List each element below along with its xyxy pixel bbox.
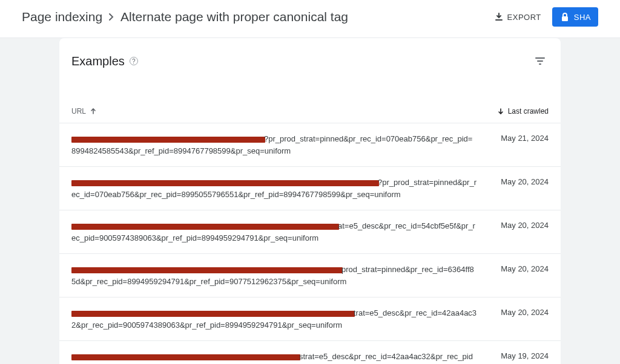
last-crawled-cell: May 20, 2024 — [501, 220, 549, 230]
page-header: Page indexing Alternate page with proper… — [0, 0, 620, 38]
last-crawled-cell: May 20, 2024 — [501, 177, 549, 186]
table-body: ?pr_prod_strat=pinned&pr_rec_id=070eab75… — [59, 123, 561, 364]
share-button[interactable]: SHA — [552, 7, 598, 27]
breadcrumb-current: Alternate page with proper canonical tag — [120, 10, 348, 24]
url-header-label: URL — [71, 107, 86, 115]
url-cell: ?pr_prod_strat=pinned&pr_rec_id=070eab75… — [71, 133, 477, 157]
examples-title-text: Examples — [71, 54, 125, 68]
table-row[interactable]: at=e5_desc&pr_rec_id=54cbf5e5f&pr_rec_pi… — [59, 210, 561, 253]
examples-card: Examples ? URL Last crawled ?pr_prod_st — [59, 38, 561, 364]
redacted-segment — [71, 311, 355, 317]
url-cell: at=e5_desc&pr_rec_id=54cbf5e5f&pr_rec_pi… — [71, 220, 477, 244]
breadcrumb: Page indexing Alternate page with proper… — [22, 10, 494, 24]
content-area: Examples ? URL Last crawled ?pr_prod_st — [0, 38, 620, 364]
table-row[interactable]: ?pr_prod_strat=pinned&pr_rec_id=070eab75… — [59, 166, 561, 210]
table-row[interactable]: ?pr_prod_strat=pinned&pr_rec_id=070eab75… — [59, 123, 561, 166]
lock-icon — [561, 12, 569, 22]
export-label: EXPORT — [507, 13, 541, 22]
table-row[interactable]: prod_strat=pinned&pr_rec_id=6364ff85d&pr… — [59, 253, 561, 297]
table-row[interactable]: trat=e5_desc&pr_rec_id=42aa4ac32&pr_rec_… — [59, 297, 561, 340]
url-cell: strat=e5_desc&pr_rec_id=42aa4ac32&pr_rec… — [71, 351, 477, 364]
table-header-row: URL Last crawled — [59, 74, 561, 123]
last-crawled-cell: May 21, 2024 — [501, 133, 549, 143]
last-crawled-cell: May 19, 2024 — [501, 351, 549, 360]
card-header: Examples ? — [59, 53, 561, 74]
redacted-segment — [71, 224, 339, 230]
last-crawled-cell: May 20, 2024 — [501, 264, 549, 273]
url-cell: trat=e5_desc&pr_rec_id=42aa4ac32&pr_rec_… — [71, 307, 477, 331]
arrow-down-icon — [497, 108, 504, 115]
url-cell: ?pr_prod_strat=pinned&pr_rec_id=070eab75… — [71, 177, 477, 200]
redacted-segment — [71, 354, 300, 360]
redacted-segment — [71, 267, 343, 273]
redacted-segment — [71, 180, 379, 186]
last-crawled-header-label: Last crawled — [508, 107, 549, 115]
table-row[interactable]: strat=e5_desc&pr_rec_id=42aa4ac32&pr_rec… — [59, 340, 561, 364]
filter-icon[interactable] — [532, 53, 549, 70]
breadcrumb-parent[interactable]: Page indexing — [22, 10, 102, 24]
header-actions: EXPORT SHA — [494, 7, 598, 27]
export-button[interactable]: EXPORT — [494, 12, 541, 22]
last-crawled-cell: May 20, 2024 — [501, 307, 549, 317]
column-header-url[interactable]: URL — [71, 107, 97, 115]
column-header-last-crawled[interactable]: Last crawled — [497, 107, 549, 115]
card-title: Examples ? — [71, 54, 138, 68]
svg-rect-0 — [562, 16, 568, 21]
redacted-segment — [71, 137, 265, 143]
chevron-right-icon — [108, 13, 114, 21]
url-cell: prod_strat=pinned&pr_rec_id=6364ff85d&pr… — [71, 264, 477, 287]
share-label: SHA — [574, 13, 591, 22]
arrow-up-icon — [90, 108, 97, 115]
help-icon[interactable]: ? — [130, 57, 138, 65]
download-icon — [494, 12, 504, 22]
